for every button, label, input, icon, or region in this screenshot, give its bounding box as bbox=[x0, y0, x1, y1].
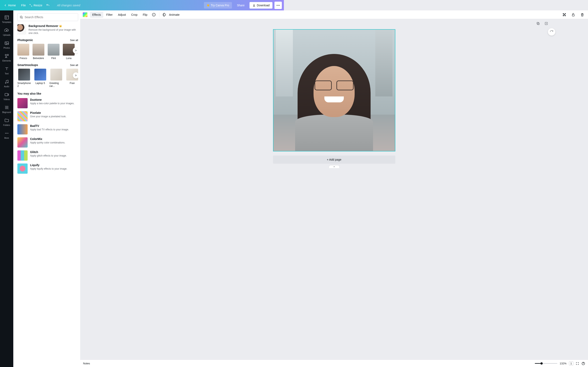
rec-pixelate[interactable]: Pixelate Give your image a pixelated loo… bbox=[17, 111, 78, 121]
rec-liquify[interactable]: Liquify Apply liquify effects to your im… bbox=[17, 163, 78, 174]
search-icon bbox=[20, 15, 23, 19]
glitch-icon bbox=[17, 150, 28, 161]
bg-remover-title: Background Remover bbox=[29, 24, 58, 28]
nav-more[interactable]: More bbox=[0, 129, 13, 142]
top-header: Home File Resize All changes saved 👑 Try… bbox=[0, 0, 284, 10]
photogenic-belvedere[interactable]: Belvedere bbox=[33, 44, 44, 60]
youmaylike-header: You may also like bbox=[17, 92, 78, 95]
effects-panel: Background Remover 👑 Remove the backgrou… bbox=[13, 10, 80, 177]
smartmockups-title: Smartmockups bbox=[17, 63, 38, 67]
rec-glitch-text: Glitch Apply glitch effects to your imag… bbox=[30, 150, 67, 161]
flip-tab[interactable]: Flip bbox=[141, 12, 150, 18]
svg-point-8 bbox=[5, 83, 6, 83]
crop-tab[interactable]: Crop bbox=[129, 12, 140, 18]
folders-icon bbox=[4, 118, 9, 123]
photogenic-next-button[interactable] bbox=[73, 47, 78, 54]
elements-icon bbox=[4, 54, 9, 58]
download-icon bbox=[252, 4, 256, 7]
smartmockup-greetingcard[interactable]: Greeting car... bbox=[50, 69, 63, 87]
filter-tab[interactable]: Filter bbox=[104, 12, 115, 18]
share-button[interactable]: Share bbox=[234, 2, 247, 8]
liquify-icon bbox=[17, 163, 28, 174]
try-pro-button[interactable]: 👑 Try Canva Pro bbox=[204, 2, 232, 8]
uploads-icon bbox=[4, 28, 9, 33]
rec-colormix[interactable]: ColorMix Apply quirky color combinations… bbox=[17, 137, 78, 148]
smartmockups-see-all[interactable]: See all bbox=[70, 64, 78, 67]
search-input[interactable] bbox=[25, 16, 76, 19]
photogenic-title: Photogenic bbox=[17, 38, 33, 42]
smartphone2-label: Smartphone 2 bbox=[17, 82, 31, 87]
color-picker-button[interactable] bbox=[83, 12, 87, 17]
nav-templates-label: Templates bbox=[2, 21, 11, 23]
canvas-area[interactable]: + Add page bbox=[80, 19, 284, 177]
crown-icon: 👑 bbox=[207, 4, 210, 7]
animate-tab[interactable]: Animate bbox=[169, 12, 182, 18]
rec-colormix-text: ColorMix Apply quirky color combinations… bbox=[30, 137, 65, 148]
effects-tab[interactable]: Effects bbox=[90, 12, 103, 18]
photogenic-see-all[interactable]: See all bbox=[70, 39, 78, 42]
duotone-icon bbox=[17, 98, 28, 108]
svg-point-14 bbox=[20, 16, 22, 18]
badtv-icon bbox=[17, 124, 28, 134]
glitch-desc: Apply glitch effects to your image. bbox=[30, 154, 67, 157]
bg-remover-desc: Remove the background of your image with… bbox=[29, 28, 78, 35]
nav-bkground[interactable]: Bkground bbox=[0, 103, 13, 116]
colormix-icon bbox=[17, 137, 28, 148]
nav-photos[interactable]: Photos bbox=[0, 39, 13, 51]
rec-duotone[interactable]: Duotone Apply a two-color palette to you… bbox=[17, 98, 78, 108]
undo-button[interactable] bbox=[46, 3, 50, 7]
belvedere-thumb bbox=[33, 44, 44, 56]
nav-templates[interactable]: Templates bbox=[0, 13, 13, 26]
smartmockups-next-button[interactable] bbox=[73, 72, 78, 78]
photogenic-flint[interactable]: Flint bbox=[48, 44, 60, 60]
info-button[interactable] bbox=[151, 11, 157, 18]
chevron-right-icon bbox=[75, 74, 77, 77]
photogenic-luna[interactable]: Luna bbox=[63, 44, 75, 60]
frame-label: Fran bbox=[70, 82, 75, 85]
download-label: Download bbox=[257, 4, 270, 7]
add-page-button[interactable]: + Add page bbox=[273, 156, 284, 164]
smartmockups-header: Smartmockups See all bbox=[17, 63, 78, 67]
belvedere-label: Belvedere bbox=[33, 57, 44, 60]
youmaylike-title: You may also like bbox=[17, 92, 41, 95]
bg-remover-item[interactable]: Background Remover 👑 Remove the backgrou… bbox=[17, 24, 78, 35]
nav-text[interactable]: Text bbox=[0, 64, 13, 77]
more-menu-button[interactable] bbox=[274, 2, 282, 9]
file-menu[interactable]: File bbox=[21, 4, 26, 7]
nav-folders[interactable]: Folders bbox=[0, 116, 13, 129]
adjust-tab[interactable]: Adjust bbox=[116, 12, 128, 18]
animate-icon-button[interactable] bbox=[161, 11, 168, 18]
glitch-title: Glitch bbox=[30, 150, 67, 154]
nav-more-label: More bbox=[4, 137, 9, 139]
resize-menu[interactable]: Resize bbox=[29, 4, 42, 7]
svg-point-1 bbox=[278, 5, 278, 6]
chevron-right-icon bbox=[75, 49, 77, 52]
background-icon bbox=[4, 105, 9, 110]
photogenic-row: Fresco Belvedere Flint Luna bbox=[17, 44, 78, 60]
luna-label: Luna bbox=[66, 57, 72, 60]
rec-glitch[interactable]: Glitch Apply glitch effects to your imag… bbox=[17, 150, 78, 161]
header-right: 👑 Try Canva Pro Share Download bbox=[204, 2, 282, 9]
smartmockup-smartphone2[interactable]: Smartphone 2 bbox=[17, 69, 31, 87]
photogenic-fresco[interactable]: Fresco bbox=[17, 44, 29, 60]
crown-icon: 👑 bbox=[59, 25, 62, 27]
canvas-page[interactable] bbox=[273, 29, 284, 151]
pixelate-desc: Give your image a pixelated look. bbox=[30, 115, 66, 118]
svg-rect-7 bbox=[7, 54, 9, 56]
bg-remover-thumb bbox=[17, 24, 26, 34]
smartmockup-laptop5[interactable]: Laptop 5 bbox=[34, 69, 46, 87]
resize-icon bbox=[29, 4, 32, 7]
bg-remover-text: Background Remover 👑 Remove the backgrou… bbox=[29, 24, 78, 35]
nav-uploads[interactable]: Uploads bbox=[0, 26, 13, 39]
greetingcard-label: Greeting car... bbox=[50, 82, 63, 87]
nav-audio[interactable]: Audio bbox=[0, 77, 13, 90]
nav-videos[interactable]: Videos bbox=[0, 90, 13, 103]
nav-elements[interactable]: Elements bbox=[0, 51, 13, 64]
home-button[interactable]: Home bbox=[2, 3, 17, 8]
download-button[interactable]: Download bbox=[249, 2, 273, 8]
svg-point-0 bbox=[277, 5, 277, 6]
svg-point-11 bbox=[5, 133, 6, 134]
svg-point-2 bbox=[279, 5, 280, 6]
rec-badtv[interactable]: BadTV Apply bad TV effects to your image… bbox=[17, 124, 78, 134]
nav-bkground-label: Bkground bbox=[2, 111, 11, 113]
